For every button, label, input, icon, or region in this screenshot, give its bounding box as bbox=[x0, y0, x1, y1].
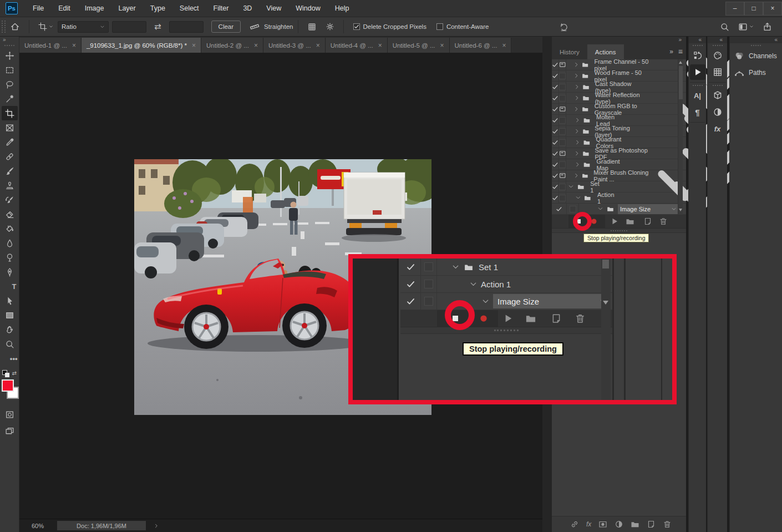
delete-button[interactable] bbox=[659, 217, 668, 226]
color-grid-panel-icon[interactable] bbox=[710, 64, 725, 80]
toolbar-grip[interactable] bbox=[4, 45, 14, 46]
crop-tool[interactable] bbox=[2, 106, 18, 120]
dock-collapse-icon[interactable]: « bbox=[689, 37, 706, 43]
ratio-select[interactable]: Ratio bbox=[58, 21, 109, 33]
dialog-toggle[interactable] bbox=[558, 115, 566, 125]
delete-layer-icon[interactable] bbox=[663, 520, 672, 529]
toggle-item-check-icon[interactable] bbox=[552, 62, 558, 68]
quick-mask-button[interactable] bbox=[2, 407, 18, 422]
paths-panel-item[interactable]: Paths bbox=[730, 64, 782, 81]
blur-tool[interactable] bbox=[2, 236, 18, 250]
tab-close-icon[interactable]: × bbox=[254, 42, 258, 49]
toolbar-collapse-icon[interactable]: » bbox=[0, 37, 19, 44]
dialog-toggle[interactable] bbox=[558, 82, 566, 92]
dialog-toggle[interactable] bbox=[558, 192, 566, 203]
scroll-up-icon[interactable] bbox=[679, 61, 682, 64]
toggle-item-check-icon[interactable] bbox=[552, 173, 558, 179]
dock-grip[interactable] bbox=[751, 45, 761, 46]
frame-tool[interactable] bbox=[2, 120, 18, 135]
expand-chevron-icon[interactable] bbox=[574, 128, 580, 135]
status-chevron-icon[interactable] bbox=[154, 523, 159, 529]
eyedropper-tool[interactable] bbox=[2, 135, 18, 149]
dock-grip[interactable] bbox=[693, 85, 703, 86]
marquee-tool[interactable] bbox=[2, 63, 18, 77]
magic-wand-tool[interactable] bbox=[2, 92, 18, 106]
overlay-options-icon[interactable] bbox=[307, 22, 317, 32]
crop-tool-preset-icon[interactable] bbox=[38, 22, 53, 31]
toggle-item-check-icon[interactable] bbox=[552, 206, 566, 212]
move-tool[interactable] bbox=[2, 48, 18, 63]
toggle-item-check-icon[interactable] bbox=[552, 139, 558, 146]
zoom-level[interactable]: 60% bbox=[32, 523, 44, 529]
eraser-tool[interactable] bbox=[2, 207, 18, 221]
document-tab[interactable]: Untitled-4 @ ... × bbox=[326, 38, 388, 53]
screen-mode-button[interactable] bbox=[2, 424, 18, 438]
crop-width-input[interactable] bbox=[112, 21, 146, 33]
expand-chevron-icon[interactable] bbox=[573, 106, 580, 113]
menu-item[interactable]: Help bbox=[328, 0, 357, 17]
swap-dimensions-icon[interactable]: ⇄ bbox=[154, 22, 161, 32]
toggle-item-check-icon[interactable] bbox=[552, 150, 558, 157]
straighten-label[interactable]: Straighten bbox=[264, 23, 293, 30]
toggle-item-check-icon[interactable] bbox=[552, 128, 558, 135]
libraries-panel-icon[interactable] bbox=[710, 88, 725, 103]
zoom-tool[interactable] bbox=[2, 337, 18, 351]
tab-close-icon[interactable]: × bbox=[72, 42, 76, 49]
actions-panel-icon[interactable] bbox=[690, 64, 705, 80]
reset-icon[interactable] bbox=[559, 22, 568, 32]
dialog-toggle[interactable] bbox=[558, 170, 566, 181]
menu-item[interactable]: View bbox=[259, 0, 288, 17]
straighten-icon[interactable] bbox=[250, 22, 260, 32]
expand-chevron-icon[interactable] bbox=[574, 95, 580, 102]
dodge-tool[interactable] bbox=[2, 250, 18, 265]
tab-close-icon[interactable]: × bbox=[440, 42, 444, 49]
scroll-thumb[interactable] bbox=[679, 66, 683, 99]
layer-mask-icon[interactable] bbox=[598, 520, 607, 529]
dock-collapse-icon[interactable]: « bbox=[708, 37, 727, 43]
toggle-item-check-icon[interactable] bbox=[552, 95, 558, 102]
doc-size-field[interactable]: Doc: 1,96M/1,96M bbox=[57, 521, 146, 530]
tab-close-icon[interactable]: × bbox=[316, 42, 320, 49]
new-set-button[interactable] bbox=[626, 217, 634, 226]
dialog-toggle[interactable] bbox=[558, 70, 566, 81]
document-tab[interactable]: Untitled-5 @ ... × bbox=[388, 38, 450, 53]
layer-style-fx-icon[interactable]: fx bbox=[586, 520, 591, 528]
swatches-panel-icon[interactable] bbox=[710, 48, 725, 63]
dialog-toggle[interactable] bbox=[558, 104, 566, 114]
adjustments-panel-icon[interactable] bbox=[710, 104, 725, 120]
toggle-item-check-icon[interactable] bbox=[552, 84, 558, 90]
close-button[interactable]: × bbox=[763, 2, 782, 16]
dock-grip[interactable] bbox=[693, 45, 703, 46]
new-action-button[interactable] bbox=[643, 217, 652, 226]
menu-item[interactable]: Edit bbox=[51, 0, 78, 17]
path-select-tool[interactable] bbox=[2, 293, 18, 308]
document-tab[interactable]: Untitled-2 @ ... × bbox=[201, 38, 263, 53]
healing-brush-tool[interactable] bbox=[2, 149, 18, 164]
toggle-item-check-icon[interactable] bbox=[552, 161, 558, 168]
character-panel-icon[interactable]: A| bbox=[690, 88, 705, 103]
new-layer-icon[interactable] bbox=[647, 520, 656, 529]
clear-button[interactable]: Clear bbox=[211, 21, 241, 33]
tab-close-icon[interactable]: × bbox=[502, 42, 506, 49]
paragraph-panel-icon[interactable]: ¶ bbox=[690, 104, 705, 120]
pen-tool[interactable] bbox=[2, 265, 18, 279]
menu-item[interactable]: Image bbox=[78, 0, 111, 17]
expand-chevron-icon[interactable] bbox=[575, 161, 581, 168]
menu-item[interactable]: 3D bbox=[236, 0, 259, 17]
crop-height-input[interactable] bbox=[169, 21, 204, 33]
play-button[interactable] bbox=[610, 217, 619, 226]
dialog-toggle[interactable] bbox=[558, 59, 566, 70]
menu-item[interactable]: Layer bbox=[111, 0, 143, 17]
tab-close-icon[interactable]: × bbox=[378, 42, 382, 49]
tab-history[interactable]: History bbox=[552, 44, 587, 59]
dock-collapse-icon[interactable]: « bbox=[730, 37, 782, 43]
new-group-icon[interactable] bbox=[631, 520, 639, 529]
clone-stamp-tool[interactable] bbox=[2, 178, 18, 192]
dialog-toggle[interactable] bbox=[558, 137, 566, 148]
expand-chevron-icon[interactable] bbox=[573, 73, 580, 79]
rectangle-tool[interactable] bbox=[2, 308, 18, 322]
menu-item[interactable]: Type bbox=[143, 0, 172, 17]
field-chevron-icon[interactable] bbox=[671, 206, 677, 212]
dialog-toggle[interactable] bbox=[566, 204, 579, 214]
menu-item[interactable]: File bbox=[26, 0, 51, 17]
